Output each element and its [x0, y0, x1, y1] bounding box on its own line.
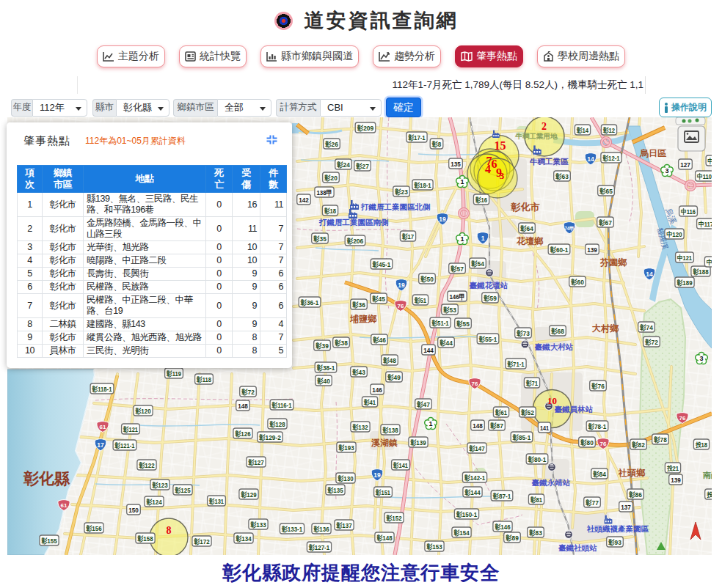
- svg-text:彰40: 彰40: [316, 377, 329, 385]
- svg-text:19: 19: [439, 216, 446, 223]
- svg-text:137: 137: [621, 503, 631, 511]
- svg-text:彰38-1: 彰38-1: [316, 364, 335, 372]
- svg-text:中120: 中120: [666, 230, 682, 238]
- svg-text:彰65: 彰65: [599, 187, 613, 195]
- svg-text:3: 3: [699, 355, 703, 362]
- svg-text:中117: 中117: [699, 220, 712, 228]
- svg-text:彰60: 彰60: [570, 278, 583, 286]
- svg-text:彰47: 彰47: [416, 400, 429, 408]
- svg-text:彰51-1: 彰51-1: [431, 319, 450, 327]
- svg-text:花壇鄉: 花壇鄉: [516, 236, 544, 246]
- svg-text:彰78: 彰78: [653, 436, 666, 444]
- svg-text:彰119: 彰119: [166, 370, 181, 378]
- svg-text:彰81: 彰81: [530, 496, 543, 504]
- svg-text:彰141: 彰141: [393, 461, 408, 469]
- svg-text:中110: 中110: [697, 172, 712, 180]
- svg-text:彰120: 彰120: [135, 407, 151, 415]
- svg-text:彰132: 彰132: [352, 423, 368, 431]
- svg-text:臺鐵員林站: 臺鐵員林站: [555, 405, 594, 414]
- svg-text:牛稠工業區: 牛稠工業區: [529, 157, 569, 166]
- svg-text:彰172: 彰172: [194, 537, 210, 545]
- svg-text:彰17: 彰17: [401, 232, 414, 240]
- svg-text:彰52: 彰52: [520, 408, 533, 416]
- svg-text:146: 146: [372, 386, 382, 394]
- svg-text:彰41: 彰41: [363, 398, 376, 406]
- svg-text:10: 10: [547, 395, 557, 406]
- svg-text:彰44: 彰44: [439, 339, 453, 347]
- svg-text:彰142-1: 彰142-1: [464, 474, 486, 482]
- svg-text:135: 135: [451, 160, 461, 168]
- svg-text:彰153: 彰153: [426, 543, 442, 551]
- svg-text:76: 76: [472, 381, 478, 387]
- svg-text:彰48: 彰48: [382, 356, 395, 364]
- svg-text:彰151: 彰151: [375, 488, 390, 496]
- svg-text:臺鐵社頭站: 臺鐵社頭站: [558, 543, 597, 553]
- svg-text:中11: 中11: [708, 157, 712, 165]
- svg-text:彰129-2: 彰129-2: [258, 433, 280, 441]
- svg-text:彰73: 彰73: [516, 329, 529, 337]
- svg-text:彰54: 彰54: [470, 260, 484, 268]
- svg-text:彰137: 彰137: [336, 521, 352, 529]
- svg-text:芬園鄉: 芬園鄉: [599, 257, 627, 268]
- svg-text:彰51: 彰51: [414, 296, 427, 304]
- svg-text:彰152: 彰152: [386, 514, 402, 522]
- svg-text:中121: 中121: [677, 254, 692, 262]
- svg-text:彰156: 彰156: [86, 524, 102, 532]
- svg-text:中116: 中116: [681, 207, 696, 216]
- svg-text:8: 8: [167, 525, 172, 536]
- svg-text:彰12: 彰12: [602, 126, 615, 134]
- svg-text:彰18-1: 彰18-1: [414, 181, 432, 189]
- svg-text:彰46: 彰46: [372, 336, 385, 344]
- svg-text:彰36: 彰36: [351, 301, 365, 309]
- svg-text:彰123: 彰123: [152, 481, 168, 489]
- svg-text:彰57: 彰57: [450, 265, 463, 273]
- svg-text:彰24: 彰24: [336, 161, 350, 169]
- svg-text:彰80-1: 彰80-1: [528, 455, 547, 463]
- svg-text:社頭鄉: 社頭鄉: [618, 468, 646, 478]
- svg-text:打鐵厝工業園區南側: 打鐵厝工業園區南側: [318, 218, 389, 227]
- svg-text:1: 1: [460, 178, 464, 185]
- svg-text:144: 144: [423, 346, 434, 354]
- svg-text:139: 139: [587, 246, 597, 254]
- svg-text:彰93: 彰93: [608, 538, 621, 546]
- svg-text:148: 148: [473, 422, 483, 430]
- svg-text:彰121: 彰121: [123, 425, 138, 433]
- svg-text:彰86: 彰86: [628, 490, 641, 499]
- svg-text:彰45-1: 彰45-1: [372, 260, 391, 268]
- svg-text:彰63: 彰63: [555, 172, 568, 180]
- svg-text:74甲: 74甲: [564, 226, 575, 231]
- svg-text:彰89: 彰89: [505, 534, 518, 542]
- svg-text:76: 76: [679, 415, 686, 422]
- svg-text:彰16: 彰16: [475, 196, 487, 204]
- svg-text:彰128: 彰128: [269, 420, 285, 428]
- svg-text:彰8: 彰8: [431, 140, 441, 148]
- svg-text:彰38: 彰38: [334, 339, 347, 347]
- svg-text:彰147: 彰147: [469, 444, 485, 452]
- svg-text:彰125: 彰125: [175, 486, 192, 494]
- svg-text:彰155: 彰155: [41, 537, 58, 545]
- svg-text:彰35: 彰35: [313, 235, 327, 243]
- svg-text:彰121-1: 彰121-1: [114, 441, 135, 449]
- svg-text:彰36-1: 彰36-1: [300, 298, 319, 306]
- svg-text:彰74: 彰74: [639, 323, 653, 331]
- svg-text:彰193: 彰193: [338, 444, 354, 452]
- svg-text:彰139: 彰139: [410, 438, 426, 446]
- svg-text:中12: 中12: [707, 258, 712, 266]
- svg-text:彰209: 彰209: [357, 124, 373, 132]
- svg-text:彰39: 彰39: [315, 342, 328, 350]
- svg-text:17: 17: [97, 441, 104, 449]
- svg-text:烏日區: 烏日區: [639, 148, 666, 158]
- svg-text:127: 127: [680, 161, 690, 169]
- svg-text:投21: 投21: [666, 464, 679, 472]
- svg-text:社頭織襪產業園區: 社頭織襪產業園區: [586, 524, 649, 534]
- svg-text:彰43: 彰43: [351, 368, 365, 376]
- svg-text:臺鐵大村站: 臺鐵大村站: [535, 342, 574, 351]
- svg-text:牛稠工業用地: 牛稠工業用地: [515, 132, 558, 140]
- svg-text:彰化市: 彰化市: [511, 202, 540, 213]
- svg-text:彰64: 彰64: [519, 224, 533, 232]
- svg-text:146甲: 146甲: [449, 293, 464, 301]
- svg-text:彰158: 彰158: [137, 534, 153, 543]
- svg-text:彰189: 彰189: [677, 279, 693, 287]
- svg-text:埔鹽鄉: 埔鹽鄉: [349, 314, 377, 324]
- svg-text:彰138: 彰138: [382, 426, 398, 434]
